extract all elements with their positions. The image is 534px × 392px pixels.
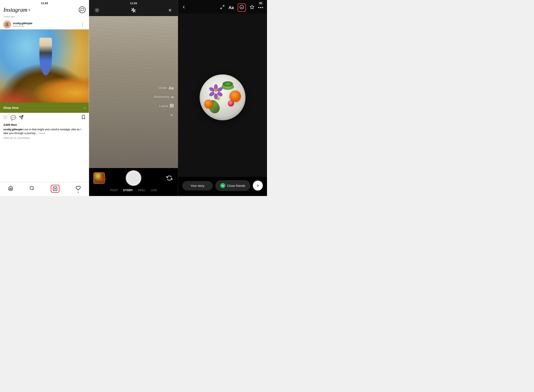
svg-line-27 [221,8,222,9]
dropdown-arrow-icon: ∨ [28,8,30,11]
editor-sticker-button[interactable] [238,3,246,12]
camera-shutter-button[interactable] [126,171,141,186]
editor-tools: Aa ••• [220,3,264,12]
caption-username[interactable]: scotty.gillespie [3,128,23,131]
svg-point-1 [6,23,8,24]
user-avatar[interactable] [3,21,11,28]
svg-point-4 [30,186,33,190]
like-button[interactable]: ♡ [3,115,8,121]
shop-now-bar[interactable]: Shop Now › [0,103,89,113]
post-actions: ♡ 💬 [0,113,89,123]
feed-nav [0,182,89,196]
svg-marker-31 [250,5,254,9]
avatar-inner [4,21,10,28]
your-story-label: Your story [190,184,204,187]
editor-top-bar: Aa ••• [178,3,267,14]
editor-more-button[interactable]: ••• [258,5,264,10]
gallery-thumb-image [94,173,104,183]
svg-line-26 [223,5,224,7]
instagram-logo: Instagram [3,6,27,13]
food-bowl [196,68,250,122]
food-flower [211,86,220,95]
shop-now-text: Shop Now [3,106,19,109]
svg-rect-25 [170,106,171,107]
editor-text-button[interactable]: Aa [228,5,234,10]
camera-layout-icon [170,103,174,109]
food-radish [228,100,234,107]
camera-tab-story[interactable]: STORY [123,188,133,192]
keychain-element [39,38,52,75]
red-arrow-indicator: ↓ [104,175,107,181]
panel-editor: 91 Aa [178,0,267,196]
nav-create-button[interactable] [51,185,59,193]
camera-boomerang-icon: ∞ [171,94,174,99]
camera-create-option[interactable]: Create Aa [158,85,174,90]
status-time-camera: 11:04 [130,2,137,5]
close-friends-icon: ★ [220,183,225,188]
view-comments-link[interactable]: View all 11 comments [0,136,89,142]
comment-button[interactable]: 💬 [10,115,16,121]
camera-flip-button[interactable] [165,174,174,182]
post-header: scotty.gillespie Sponsored ⋮ [0,19,89,29]
camera-side-menu: Create Aa Boomerang ∞ Layout [154,85,174,118]
story-image [189,60,256,131]
editor-back-button[interactable] [182,5,186,11]
camera-tab-reel[interactable]: REEL [138,188,145,192]
camera-menu-expand-icon[interactable] [170,113,174,118]
camera-boomerang-label: Boomerang [154,95,169,99]
post-sponsored: Sponsored [13,25,80,27]
messenger-button[interactable] [79,6,85,13]
send-story-button[interactable] [253,181,263,191]
post-username[interactable]: scotty.gillespie [13,22,80,25]
close-friends-button[interactable]: ★ Close friends [215,180,250,191]
camera-gallery-thumbnail[interactable] [93,172,105,184]
food-orange-2 [204,100,213,108]
svg-line-17 [98,9,98,9]
caption-more-link[interactable]: more [39,131,45,135]
camera-tab-live[interactable]: LIVE [151,188,157,192]
post-caption: scotty.gillespie Live in that bright and… [0,128,89,136]
status-bar-editor: 91 [178,0,267,3]
nav-search-button[interactable] [29,186,34,192]
camera-shutter-row: ↓ [89,171,178,186]
status-bar-camera: 11:04 [89,0,178,6]
food-greens-2 [223,81,233,87]
svg-line-13 [98,11,98,12]
panel-camera: 11:04 [89,0,178,196]
editor-bottom-bar: Your story ★ Close friends [178,177,267,196]
post-likes: 3,826 likes [0,123,89,128]
camera-boomerang-option[interactable]: Boomerang ∞ [154,94,174,99]
camera-mode-tabs: POST STORY REEL LIVE [89,188,178,192]
panel-feed: 11:03 Instagram ∨ 3 days ago [0,0,89,196]
share-button[interactable] [19,115,23,121]
svg-rect-24 [172,106,173,107]
svg-rect-22 [170,104,171,105]
post-more-button[interactable]: ⋮ [80,21,85,28]
camera-flash-off-button[interactable] [130,6,137,14]
bookmark-button[interactable] [81,115,85,121]
svg-line-12 [95,9,96,9]
editor-expand-button[interactable] [220,5,225,10]
nav-notification-dot [78,192,79,193]
camera-tab-post[interactable]: POST [110,188,118,192]
post-timestamp: 3 days ago [0,15,89,19]
post-image-scene [0,29,89,113]
nav-home-button[interactable] [8,186,13,192]
svg-line-16 [95,11,96,12]
your-story-button[interactable]: Your story [182,181,213,190]
camera-layout-option[interactable]: Layout [159,103,174,109]
editor-effects-button[interactable] [250,5,254,10]
svg-line-5 [33,189,34,190]
camera-top-bar [89,6,178,16]
instagram-logo-container[interactable]: Instagram ∨ [3,6,30,13]
svg-point-9 [96,9,98,11]
camera-close-button[interactable] [166,6,174,14]
nav-heart-button[interactable] [76,186,81,192]
feed-header: Instagram ∨ [0,6,89,15]
svg-rect-23 [172,104,173,105]
post-user-info: scotty.gillespie Sponsored [13,22,80,27]
close-friends-label: Close friends [227,184,245,187]
camera-settings-button[interactable] [93,6,101,14]
bowl-base [200,75,245,120]
food-content [200,75,245,120]
